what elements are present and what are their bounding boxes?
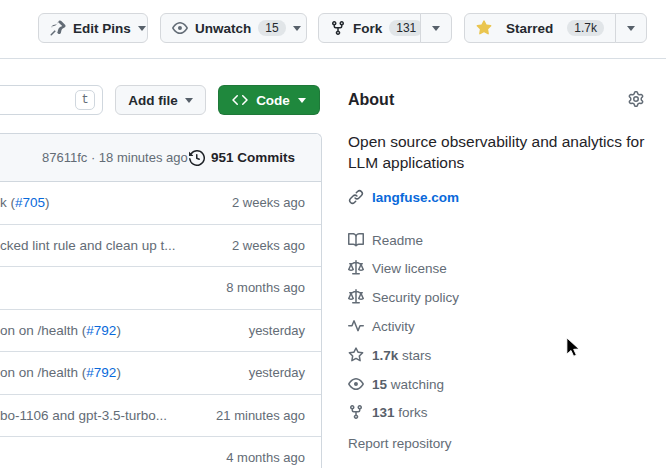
latest-commit-meta[interactable]: 87611fc · 18 minutes ago: [42, 150, 188, 165]
stars-stat: 1.7k stars: [372, 348, 431, 363]
pin-icon: [50, 20, 66, 36]
table-row[interactable]: on on /health (#792) yesterday: [0, 352, 321, 395]
sidebar-item-license[interactable]: View license: [348, 258, 447, 278]
commit-date: 8 months ago: [216, 280, 305, 295]
book-icon: [348, 232, 364, 248]
watchers-count-badge: 15: [258, 20, 285, 36]
gear-icon[interactable]: [628, 91, 644, 107]
fork-icon: [330, 20, 346, 36]
code-label: Code: [256, 93, 290, 108]
report-label: Report repository: [348, 436, 452, 451]
sidebar-item-security[interactable]: Security policy: [348, 287, 459, 307]
pulse-icon: [348, 318, 364, 334]
website-link[interactable]: langfuse.com: [372, 190, 459, 205]
table-row[interactable]: 4 months ago: [0, 437, 321, 468]
website-row: langfuse.com: [348, 189, 459, 205]
issue-link[interactable]: #792: [86, 323, 116, 338]
law-icon: [348, 289, 364, 305]
fork-icon: [348, 404, 364, 420]
table-row[interactable]: on on /health (#792) yesterday: [0, 310, 321, 353]
commit-message: k (#705): [0, 195, 50, 210]
edit-pins-label: Edit Pins: [73, 21, 131, 36]
unwatch-label: Unwatch: [195, 21, 251, 36]
chevron-down-icon: [138, 26, 146, 31]
eye-icon: [172, 20, 188, 36]
commit-message: bo-1106 and gpt-3.5-turbo...: [0, 408, 167, 423]
sidebar-item-forks[interactable]: 131 forks: [348, 402, 428, 422]
security-label: Security policy: [372, 290, 459, 305]
report-repository-link[interactable]: Report repository: [348, 433, 452, 453]
watching-stat: 15 watching: [372, 377, 444, 392]
keyboard-shortcut-hint: t: [75, 90, 95, 110]
forks-stat: 131 forks: [372, 405, 428, 420]
sidebar-item-readme[interactable]: Readme: [348, 230, 423, 250]
chevron-down-icon: [185, 98, 193, 103]
commit-history-link[interactable]: 951 Commits: [189, 150, 295, 166]
about-sidebar: About Open source observability and anal…: [348, 0, 650, 468]
license-label: View license: [372, 261, 447, 276]
readme-label: Readme: [372, 233, 423, 248]
edit-pins-button[interactable]: Edit Pins: [38, 13, 148, 43]
commit-message: cked lint rule and clean up t...: [0, 238, 176, 253]
table-row[interactable]: cked lint rule and clean up t... 2 weeks…: [0, 225, 321, 268]
add-file-button[interactable]: Add file: [115, 85, 206, 115]
commit-date: 2 weeks ago: [222, 238, 305, 253]
commit-date: 21 minutes ago: [206, 408, 305, 423]
commit-date: yesterday: [239, 365, 305, 380]
code-icon: [232, 92, 248, 108]
star-outline-icon: [348, 347, 364, 363]
issue-link[interactable]: #792: [86, 365, 116, 380]
sidebar-item-watching[interactable]: 15 watching: [348, 374, 444, 394]
code-button[interactable]: Code: [218, 85, 320, 115]
activity-label: Activity: [372, 319, 415, 334]
sidebar-item-stars[interactable]: 1.7k stars: [348, 345, 431, 365]
commit-date: yesterday: [239, 323, 305, 338]
commit-date: 4 months ago: [216, 450, 305, 465]
chevron-down-icon: [298, 98, 306, 103]
commit-message: on on /health (#792): [0, 323, 121, 338]
table-row[interactable]: bo-1106 and gpt-3.5-turbo... 21 minutes …: [0, 395, 321, 438]
table-row[interactable]: k (#705) 2 weeks ago: [0, 182, 321, 225]
unwatch-button[interactable]: Unwatch 15: [160, 13, 307, 43]
go-to-file-input[interactable]: t: [0, 85, 103, 115]
add-file-label: Add file: [128, 93, 178, 108]
chevron-down-icon: [293, 26, 301, 31]
issue-link[interactable]: #705: [15, 195, 45, 210]
sidebar-item-activity[interactable]: Activity: [348, 316, 415, 336]
latest-commit-bar: 87611fc · 18 minutes ago 951 Commits: [0, 134, 321, 182]
about-heading: About: [348, 91, 394, 109]
commit-message: on on /health (#792): [0, 365, 121, 380]
commits-count-label: 951 Commits: [211, 150, 295, 165]
link-icon: [348, 189, 364, 205]
eye-icon: [348, 376, 364, 392]
commit-date: 2 weeks ago: [222, 195, 305, 210]
file-browser-panel: 87611fc · 18 minutes ago 951 Commits k (…: [0, 133, 322, 468]
repo-description: Open source observability and analytics …: [348, 131, 648, 173]
table-row[interactable]: 8 months ago: [0, 267, 321, 310]
law-icon: [348, 260, 364, 276]
history-icon: [189, 150, 205, 166]
